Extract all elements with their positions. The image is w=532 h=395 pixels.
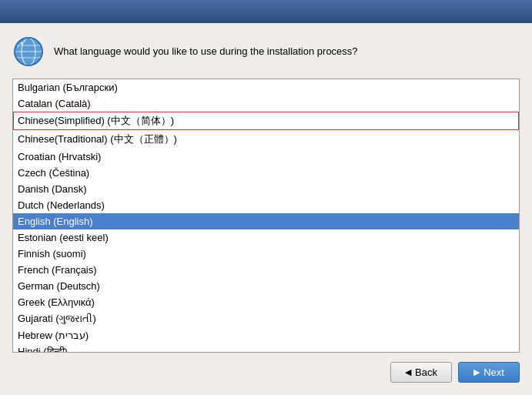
list-item[interactable]: Danish (Dansk): [13, 181, 519, 197]
footer-buttons: ◀ Back ▶ Next: [12, 362, 520, 383]
list-item[interactable]: German (Deutsch): [13, 278, 519, 294]
back-icon: ◀: [405, 367, 411, 377]
svg-point-8: [18, 46, 19, 48]
header-question: What language would you like to use duri…: [54, 45, 358, 59]
back-button[interactable]: ◀ Back: [390, 362, 452, 383]
header: What language would you like to use duri…: [12, 35, 520, 68]
svg-point-7: [24, 40, 25, 42]
list-item[interactable]: Chinese(Simplified) (中文（简体）): [13, 112, 519, 130]
main-window: What language would you like to use duri…: [0, 23, 532, 395]
top-gradient: [0, 0, 532, 23]
svg-point-6: [21, 42, 23, 45]
list-item[interactable]: Catalan (Català): [13, 95, 519, 112]
next-icon: ▶: [473, 367, 480, 377]
language-list-container: Bulgarian (Български)Catalan (Català)Chi…: [12, 79, 520, 353]
list-item[interactable]: Czech (Čeština): [13, 165, 519, 181]
list-item[interactable]: Greek (Ελληνικά): [13, 294, 519, 310]
list-item[interactable]: Bulgarian (Български): [13, 79, 519, 95]
list-item[interactable]: Dutch (Nederlands): [13, 197, 519, 213]
next-label: Next: [483, 367, 504, 378]
list-item[interactable]: French (Français): [13, 262, 519, 278]
list-item[interactable]: Chinese(Traditional) (中文（正體）): [13, 130, 519, 149]
list-item[interactable]: Estonian (eesti keel): [13, 229, 519, 246]
back-label: Back: [415, 367, 437, 378]
list-item[interactable]: Croatian (Hrvatski): [13, 149, 519, 165]
list-item[interactable]: English (English): [13, 213, 519, 229]
list-item[interactable]: Hebrew (עברית): [13, 327, 519, 343]
list-item[interactable]: Gujarati (ગુજરાતી): [13, 310, 519, 327]
next-button[interactable]: ▶ Next: [458, 362, 520, 383]
list-item[interactable]: Finnish (suomi): [13, 246, 519, 262]
globe-icon: [12, 35, 45, 68]
list-item[interactable]: Hindi (हिन्दी): [13, 343, 519, 352]
language-list[interactable]: Bulgarian (Български)Catalan (Català)Chi…: [13, 79, 519, 352]
